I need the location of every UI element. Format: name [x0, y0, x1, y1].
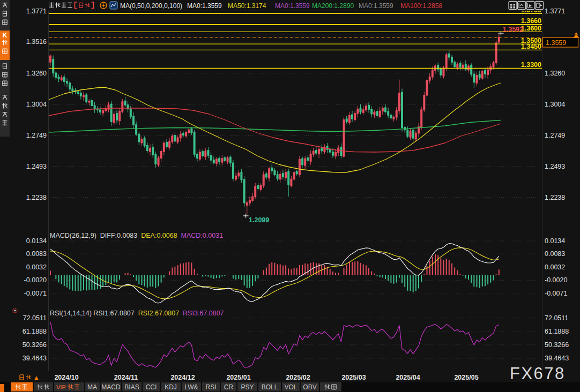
svg-text:0.0134: 0.0134	[26, 237, 47, 245]
svg-text:1.2238: 1.2238	[545, 194, 565, 201]
svg-text:2025/01: 2025/01	[226, 374, 250, 381]
svg-text:MA50:1.3174: MA50:1.3174	[228, 2, 266, 10]
svg-text:CR: CR	[224, 383, 234, 391]
svg-text:2024/10: 2024/10	[54, 374, 78, 381]
svg-text:1.3260: 1.3260	[545, 70, 565, 77]
svg-text:1.3771: 1.3771	[545, 7, 565, 15]
svg-text:-0.0020: -0.0020	[545, 276, 567, 284]
svg-text:1.3260: 1.3260	[26, 70, 47, 77]
svg-text:-0.0071: -0.0071	[545, 290, 567, 297]
svg-text:-0.0071: -0.0071	[24, 290, 47, 297]
svg-text:1.2493: 1.2493	[26, 163, 47, 170]
svg-text:50.3266: 50.3266	[545, 341, 569, 349]
svg-text:2024/12: 2024/12	[170, 374, 195, 381]
svg-text:BOLL: BOLL	[262, 383, 278, 391]
svg-text:39.4643: 39.4643	[545, 355, 569, 362]
svg-text:KDJ: KDJ	[165, 383, 177, 391]
svg-text:1.3004: 1.3004	[26, 101, 47, 108]
svg-text:MA(0,50,0,200,0,100): MA(0,50,0,200,0,100)	[120, 2, 182, 10]
svg-text:50.3266: 50.3266	[23, 341, 47, 349]
svg-text:1.3559: 1.3559	[546, 39, 566, 47]
svg-text:1.3450: 1.3450	[521, 43, 541, 50]
svg-text:MA200:1.2890: MA200:1.2890	[312, 2, 354, 10]
svg-text:1.3592: 1.3592	[503, 26, 523, 33]
svg-text:2025/04: 2025/04	[396, 374, 420, 381]
svg-text:MA0:1.3559: MA0:1.3559	[359, 2, 393, 10]
svg-text:MA: MA	[87, 383, 97, 391]
svg-text:61.1888: 61.1888	[545, 328, 569, 335]
svg-text:2024/11: 2024/11	[114, 374, 138, 381]
svg-text:2025/02: 2025/02	[286, 374, 310, 381]
svg-text:39.4643: 39.4643	[23, 355, 47, 362]
svg-text:MA100:1.2858: MA100:1.2858	[400, 2, 442, 10]
svg-text:1.2493: 1.2493	[545, 163, 565, 170]
svg-text:-0.0020: -0.0020	[24, 276, 47, 284]
svg-text:1.3300: 1.3300	[521, 61, 541, 69]
svg-text:0.0134: 0.0134	[545, 237, 565, 245]
svg-text:MA0:1.3559: MA0:1.3559	[187, 2, 222, 10]
svg-text:OBV: OBV	[303, 383, 316, 391]
svg-text:LW&: LW&	[184, 383, 198, 391]
svg-text:1.3004: 1.3004	[545, 101, 565, 108]
svg-text:RSI(14,14,14) RSI1:67.0807 RS: RSI(14,14,14) RSI1:67.0807 RSI2:67.0807 …	[50, 310, 224, 317]
svg-text:2025/05: 2025/05	[454, 374, 478, 381]
svg-text:RSI: RSI	[205, 383, 216, 391]
svg-text:1.2749: 1.2749	[26, 132, 47, 139]
svg-text:1.2099: 1.2099	[249, 216, 269, 224]
svg-text:0.0032: 0.0032	[545, 263, 565, 271]
svg-text:72.0511: 72.0511	[23, 314, 47, 322]
svg-text:0.0083: 0.0083	[545, 250, 565, 258]
svg-text:1.3516: 1.3516	[26, 38, 47, 46]
svg-text:CCI: CCI	[146, 383, 157, 391]
svg-text:2025/03: 2025/03	[341, 374, 366, 381]
svg-text:0.0032: 0.0032	[26, 263, 47, 271]
svg-text:BIAS: BIAS	[124, 383, 139, 391]
svg-text:61.1888: 61.1888	[23, 328, 47, 335]
svg-text:1.3771: 1.3771	[26, 7, 47, 15]
svg-text:1.3660: 1.3660	[521, 17, 541, 25]
svg-text:1.2238: 1.2238	[26, 194, 47, 201]
svg-text:1.3600: 1.3600	[521, 25, 541, 32]
svg-text:72.0511: 72.0511	[545, 314, 568, 322]
svg-text:PSY: PSY	[241, 383, 254, 391]
svg-text:MA0:1.3559: MA0:1.3559	[275, 2, 310, 10]
svg-text:0.0083: 0.0083	[26, 250, 47, 258]
svg-text:MACD: MACD	[101, 383, 121, 391]
svg-text:FX678: FX678	[510, 364, 566, 383]
svg-text:VIP: VIP	[56, 384, 66, 390]
svg-text:MACD(26,12,9) DIFF:0.0083 DE: MACD(26,12,9) DIFF:0.0083 DEA:0.0068 MAC…	[50, 232, 223, 239]
svg-text:K: K	[3, 32, 8, 39]
svg-text:1.2749: 1.2749	[545, 132, 565, 139]
svg-text:VOL: VOL	[284, 383, 297, 391]
